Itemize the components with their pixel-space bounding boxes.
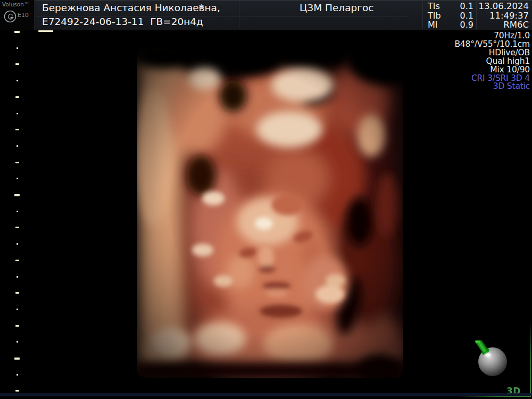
ruler-tick xyxy=(16,309,18,310)
mode-frame-right xyxy=(530,319,531,397)
patient-flag: * xyxy=(199,2,204,13)
thermal-index-row: MI0.9 xyxy=(428,20,473,30)
ruler-tick xyxy=(16,113,18,114)
ti-value: 0.9 xyxy=(460,20,473,30)
ruler-tick xyxy=(16,178,18,179)
exam-time: 11:49:37 xyxy=(479,11,529,21)
ultrasound-render xyxy=(137,45,403,378)
ruler-tick xyxy=(15,129,19,130)
ruler-tick xyxy=(15,260,19,261)
fetus-3d-image xyxy=(137,45,403,378)
ruler-tick xyxy=(15,96,19,98)
acquisition-parameters: 70Hz/1.0B48°/V55°/10.1cmHDlive/OBQual hi… xyxy=(454,32,530,91)
ge-logo-icon xyxy=(4,10,16,23)
ruler-major-tick xyxy=(14,31,20,33)
ruler-tick xyxy=(16,211,18,212)
ruler-tick xyxy=(16,145,18,147)
datetime-block: 13.06.2024 11:49:37 RM6C xyxy=(479,2,529,30)
product-name: Voluson™ xyxy=(2,1,29,7)
ruler-tick xyxy=(15,63,19,65)
ruler-tick xyxy=(15,325,19,327)
divider xyxy=(476,2,477,29)
logo-zone: Voluson™ E10 xyxy=(0,0,35,30)
exam-id: E72492-24-06-13-11 ГВ=20н4д xyxy=(42,16,203,27)
trackball-3d-orientation-icon xyxy=(472,340,513,381)
ruler-tick xyxy=(16,276,18,278)
ruler-tick xyxy=(15,227,19,228)
ruler-major-tick xyxy=(14,194,20,196)
ti-value: 0.1 xyxy=(460,11,473,21)
ruler-tick xyxy=(15,292,19,294)
thermal-index-row: TIs0.1 xyxy=(428,2,473,11)
gestational-age: ГВ=20н4д xyxy=(150,16,203,27)
ti-label: TIb xyxy=(428,11,441,21)
patient-name: Бережнова Анстасия Николаевна, xyxy=(42,2,220,13)
ruler-tick xyxy=(16,243,18,245)
ti-value: 0.1 xyxy=(460,2,473,11)
ruler-tick xyxy=(16,341,18,343)
model-label: E10 xyxy=(18,12,29,19)
bottom-bar xyxy=(0,393,532,396)
ruler-major-tick xyxy=(14,358,20,360)
ruler-tick xyxy=(16,47,18,49)
ruler-tick xyxy=(16,374,18,376)
ruler-tick xyxy=(15,390,19,392)
patient-banner: Бережнова Анстасия Николаевна, * E72492-… xyxy=(35,0,532,30)
ti-label: MI xyxy=(428,20,438,30)
top-ruler-tick xyxy=(38,30,53,32)
ruler-tick xyxy=(15,162,19,163)
thermal-index-row: TIb0.1 xyxy=(428,11,473,21)
divider xyxy=(422,2,423,29)
probe-name: RM6C xyxy=(479,20,529,30)
clinic-name: ЦЗМ Пеларгос xyxy=(300,2,373,13)
ti-label: TIs xyxy=(428,2,440,11)
header-bar: Voluson™ E10 Бережнова Анстасия Николаев… xyxy=(0,0,532,30)
divider xyxy=(239,2,239,29)
acquisition-param-line: 3D Static xyxy=(454,82,530,91)
ruler-tick xyxy=(16,80,18,81)
exam-date: 13.06.2024 xyxy=(479,2,529,11)
exam-id-value: E72492-24-06-13-11 xyxy=(42,16,144,27)
thermal-indices: TIs0.1TIb0.1MI0.9 xyxy=(428,2,473,30)
